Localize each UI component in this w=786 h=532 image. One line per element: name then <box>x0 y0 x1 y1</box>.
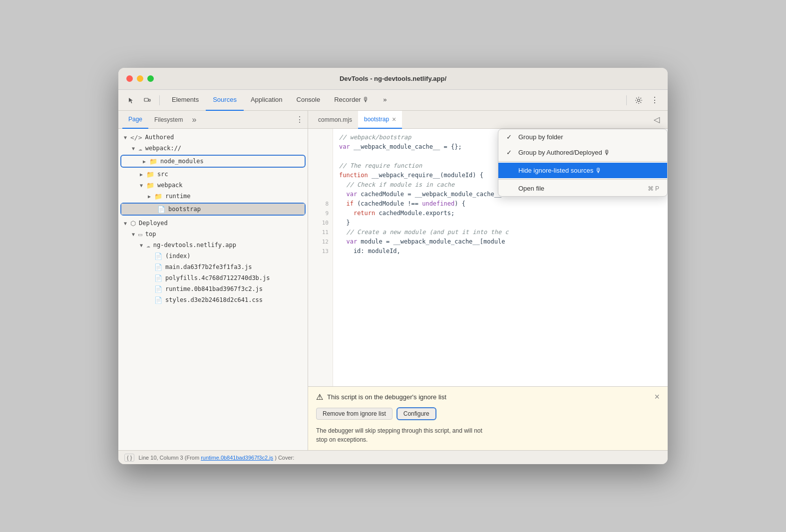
rect-icon: ▭ <box>138 231 142 238</box>
menu-divider-2 <box>498 179 667 180</box>
banner-title: This script is on the debugger's ignore … <box>327 393 446 401</box>
file-icon: 📄 <box>154 285 162 293</box>
tree-index[interactable]: 📄 (index) <box>118 251 308 262</box>
banner-close-icon[interactable]: × <box>654 392 660 402</box>
window-title: DevTools - ng-devtools.netlify.app/ <box>340 75 446 82</box>
close-button[interactable] <box>126 75 133 82</box>
node-modules-highlight-border: ▶ 📁 node_modules <box>120 155 306 168</box>
panel-dots-menu[interactable]: ⋮ <box>296 115 304 124</box>
toolbar-separator-2 <box>626 95 627 105</box>
menu-divider-1 <box>498 161 667 162</box>
tree-bootstrap[interactable]: 📄 bootstrap <box>121 204 305 215</box>
tab-elements[interactable]: Elements <box>165 90 206 111</box>
bootstrap-highlight-border: 📄 bootstrap <box>120 203 306 216</box>
folder-icon: 📁 <box>154 193 162 200</box>
device-icon[interactable] <box>140 93 154 107</box>
right-panel: common.mjs bootstrap × ◁ 8 <box>308 111 668 450</box>
remove-from-ignore-button[interactable]: Remove from ignore list <box>316 408 393 420</box>
file-tree: ▼ </> Authored ▼ ☁ webpack:// ▶ 📁 node_m… <box>118 129 308 450</box>
tree-runtime[interactable]: ▶ 📁 runtime <box>118 191 308 202</box>
tree-node-modules[interactable]: ▶ 📁 node_modules <box>121 156 305 167</box>
cloud-icon-2: ☁ <box>146 242 150 249</box>
tree-main-js[interactable]: 📄 main.da63f7b2fe3f1fa3.js <box>118 262 308 272</box>
context-menu: ✓ Group by folder ✓ Group by Authored/De… <box>498 129 668 197</box>
menu-group-authored[interactable]: ✓ Group by Authored/Deployed 🎙 <box>498 145 667 160</box>
toolbar-right: ⋮ <box>623 93 662 107</box>
collapse-panel-icon[interactable]: ◁ <box>650 115 664 124</box>
folder-icon: 📁 <box>149 158 157 165</box>
file-icon: 📄 <box>154 253 162 260</box>
settings-icon[interactable] <box>632 93 646 107</box>
tab-application[interactable]: Application <box>244 90 290 111</box>
menu-open-file[interactable]: Open file ⌘ P <box>498 181 667 196</box>
maximize-button[interactable] <box>147 75 154 82</box>
code-icon: </> <box>130 134 142 141</box>
cloud-icon: ☁ <box>138 145 142 152</box>
banner-header: ⚠ This script is on the debugger's ignor… <box>308 387 668 405</box>
svg-rect-0 <box>144 98 148 101</box>
panel-tab-filesystem[interactable]: Filesystem <box>148 111 189 129</box>
tab-console[interactable]: Console <box>290 90 328 111</box>
svg-rect-1 <box>149 99 150 101</box>
file-icon: 📄 <box>157 206 165 213</box>
tab-more[interactable]: » <box>376 90 393 111</box>
left-panel: Page Filesystem » ⋮ ▼ </> Authored <box>118 111 308 450</box>
tree-polyfills-js[interactable]: 📄 polyfills.4c768d7122740d3b.js <box>118 272 308 283</box>
folder-icon: 📁 <box>146 171 154 178</box>
window-controls <box>126 75 154 82</box>
minimize-button[interactable] <box>137 75 143 82</box>
editor-tab-common[interactable]: common.mjs <box>312 111 358 129</box>
tree-styles-css[interactable]: 📄 styles.d3e2b24618d2c641.css <box>118 294 308 305</box>
cube-icon: ⬡ <box>130 220 136 227</box>
titlebar: DevTools - ng-devtools.netlify.app/ <box>118 68 668 90</box>
runtime-file-link[interactable]: runtime.0b841bad3967f3c2.js <box>201 455 273 461</box>
ignore-list-banner: ⚠ This script is on the debugger's ignor… <box>308 386 668 450</box>
status-bar: { } Line 10, Column 3 (From runtime.0b84… <box>118 450 668 464</box>
banner-description: The debugger will skip stepping through … <box>308 424 668 450</box>
menu-group-by-folder[interactable]: ✓ Group by folder <box>498 129 667 145</box>
main-toolbar: Elements Sources Application Console Rec… <box>118 90 668 111</box>
file-icon: 📄 <box>154 274 162 282</box>
format-icon[interactable]: { } <box>124 454 134 462</box>
warning-icon: ⚠ <box>316 392 323 402</box>
tree-netlify-app[interactable]: ▼ ☁ ng-devtools.netlify.app <box>118 240 308 251</box>
file-icon: 📄 <box>154 296 162 304</box>
more-options-icon[interactable]: ⋮ <box>648 93 662 107</box>
tree-runtime-js[interactable]: 📄 runtime.0b841bad3967f3c2.js <box>118 283 308 294</box>
tree-authored[interactable]: ▼ </> Authored <box>118 132 308 143</box>
tree-webpack-folder[interactable]: ▼ 📁 webpack <box>118 180 308 191</box>
editor-tab-bar: common.mjs bootstrap × ◁ <box>308 111 668 129</box>
configure-button[interactable]: Configure <box>396 407 436 420</box>
tree-src[interactable]: ▶ 📁 src <box>118 169 308 180</box>
cursor-position: Line 10, Column 3 (From runtime.0b841bad… <box>138 455 294 461</box>
banner-actions: Remove from ignore list Configure <box>308 405 668 424</box>
editor-tab-bootstrap[interactable]: bootstrap × <box>358 111 402 129</box>
tree-top[interactable]: ▼ ▭ top <box>118 229 308 240</box>
tab-recorder[interactable]: Recorder 🎙 <box>327 90 376 111</box>
tree-deployed[interactable]: ▼ ⬡ Deployed <box>118 218 308 229</box>
panel-tab-bar: Page Filesystem » ⋮ <box>118 111 308 129</box>
cursor-icon[interactable] <box>124 93 138 107</box>
devtools-window: DevTools - ng-devtools.netlify.app/ Elem… <box>118 68 668 464</box>
file-icon: 📄 <box>154 264 162 271</box>
tab-sources[interactable]: Sources <box>206 90 244 111</box>
folder-icon: 📁 <box>146 182 154 189</box>
menu-hide-ignore[interactable]: Hide ignore-listed sources 🎙 <box>498 163 667 178</box>
toolbar-separator <box>159 95 160 105</box>
tree-webpack-root[interactable]: ▼ ☁ webpack:// <box>118 143 308 154</box>
main-content: Page Filesystem » ⋮ ▼ </> Authored <box>118 111 668 450</box>
tab-close-icon[interactable]: × <box>392 115 396 123</box>
panel-tab-page[interactable]: Page <box>122 111 148 129</box>
svg-point-2 <box>638 99 640 101</box>
panel-tab-more[interactable]: » <box>189 115 199 124</box>
main-tab-bar: Elements Sources Application Console Rec… <box>165 90 621 111</box>
